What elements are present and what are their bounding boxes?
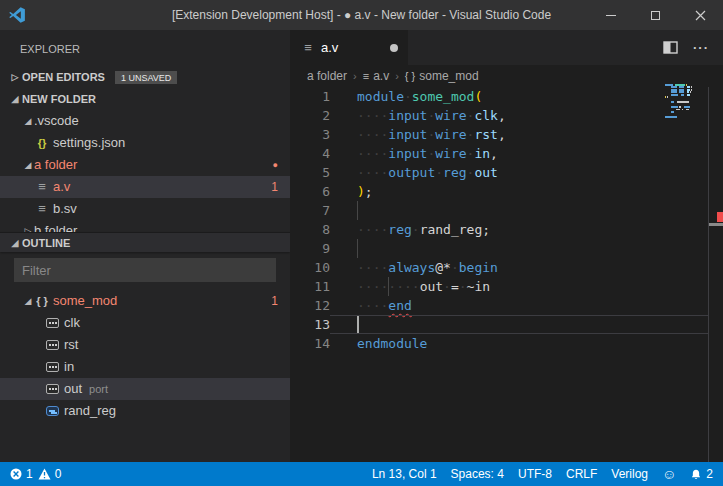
sidebar-title: EXPLORER — [0, 30, 290, 66]
more-actions-button[interactable]: ··· — [693, 40, 715, 55]
minimap-line — [665, 91, 695, 93]
minimap-block — [687, 86, 691, 88]
code-token: rand_reg — [420, 222, 483, 237]
encoding[interactable]: UTF-8 — [518, 467, 552, 481]
language-mode[interactable]: Verilog — [611, 467, 648, 481]
text-cursor — [357, 316, 359, 333]
code-line-12[interactable]: 12····end — [290, 296, 723, 315]
code-line-4[interactable]: 4····input·wire·in, — [290, 144, 723, 163]
line-number: 13 — [290, 315, 330, 334]
code-token: = — [451, 279, 459, 294]
file-row-settings.json[interactable]: {}settings.json — [0, 132, 290, 154]
module-symbol-icon: { } — [405, 70, 415, 82]
code-line-1[interactable]: 1module·some_mod( — [290, 87, 723, 106]
port-symbol-icon — [46, 384, 59, 394]
code-line-3[interactable]: 3····input·wire·rst, — [290, 125, 723, 144]
folder-section-label: NEW FOLDER — [22, 93, 96, 105]
maximize-button[interactable] — [633, 0, 678, 30]
error-count: 1 — [26, 467, 33, 481]
module-symbol-icon: { } — [34, 290, 50, 312]
file-row-.vscode[interactable]: ◢.vscode — [0, 110, 290, 132]
file-row-b-folder[interactable]: ▷b folder — [0, 220, 290, 232]
code-token: out — [474, 165, 497, 180]
cursor-position[interactable]: Ln 13, Col 1 — [372, 467, 437, 481]
problems-warnings[interactable]: 0 — [38, 467, 62, 481]
minimap-block — [690, 91, 691, 93]
indentation[interactable]: Spaces: 4 — [451, 467, 504, 481]
code-token: ···· — [388, 279, 419, 294]
code-line-8[interactable]: 8····reg·rand_reg; — [290, 220, 723, 239]
vscode-window: [Extension Development Host] - ● a.v - N… — [0, 0, 723, 486]
open-editors-header[interactable]: ▷ OPEN EDITORS 1 UNSAVED — [0, 66, 290, 88]
code-token: input — [388, 127, 427, 142]
minimap-block — [679, 91, 684, 93]
minimap-line — [665, 94, 695, 96]
tab-a.v[interactable]: ≡ a.v — [290, 30, 408, 65]
code-line-text: ····output·reg·out — [357, 163, 498, 182]
line-number: 11 — [290, 277, 330, 296]
code-editor[interactable]: 1module·some_mod(2····input·wire·clk,3··… — [290, 87, 723, 462]
chevron-expanded-icon: ◢ — [8, 94, 22, 104]
code-line-5[interactable]: 5····output·reg·out — [290, 163, 723, 182]
code-line-13[interactable]: 13 — [290, 315, 723, 334]
minimap-block — [665, 84, 673, 86]
code-line-10[interactable]: 10····always@*·begin — [290, 258, 723, 277]
minimap[interactable] — [665, 84, 695, 119]
notifications-bell[interactable]: 2 — [690, 467, 713, 481]
outline-row-some_mod[interactable]: ◢{ }some_mod1 — [0, 290, 290, 312]
minimap-line — [665, 109, 695, 111]
code-token: , — [498, 108, 506, 123]
code-line-text: ····input·wire·clk, — [357, 106, 506, 125]
code-lines: 1module·some_mod(2····input·wire·clk,3··… — [290, 87, 723, 353]
outline-filter-input[interactable] — [14, 258, 276, 282]
minimap-block — [667, 96, 668, 98]
minimap-line — [665, 116, 695, 118]
outline-row-rst[interactable]: rst — [0, 334, 290, 356]
minimap-block — [665, 116, 677, 118]
breadcrumb-separator-icon: › — [395, 70, 399, 82]
code-line-7[interactable]: 7 — [290, 201, 723, 220]
close-button[interactable] — [678, 0, 723, 30]
code-token: · — [443, 279, 451, 294]
folder-section-header[interactable]: ◢ NEW FOLDER — [0, 88, 290, 110]
indent-guide — [388, 277, 389, 296]
code-line-14[interactable]: 14endmodule — [290, 334, 723, 353]
outline-row-in[interactable]: in — [0, 356, 290, 378]
outline-row-out[interactable]: outport — [0, 378, 290, 400]
minimize-button[interactable] — [588, 0, 633, 30]
code-line-9[interactable]: 9 — [290, 239, 723, 258]
symbol-name: rand_reg — [64, 400, 116, 422]
outline-row-clk[interactable]: clk — [0, 312, 290, 334]
code-token: wire — [435, 108, 466, 123]
unsaved-badge: 1 UNSAVED — [115, 71, 177, 84]
code-token: ) — [357, 184, 365, 199]
breadcrumb-folder[interactable]: a folder — [307, 69, 347, 83]
minimap-line — [665, 96, 695, 98]
unsaved-dot-icon — [390, 44, 398, 52]
breadcrumb-separator-icon: › — [353, 70, 357, 82]
breadcrumb-file[interactable]: a.v — [373, 69, 389, 83]
eol-sequence[interactable]: CRLF — [566, 467, 597, 481]
feedback-smiley-icon[interactable]: ☺ — [662, 467, 676, 481]
split-editor-button[interactable] — [663, 41, 679, 55]
problem-count-badge: 1 — [271, 290, 290, 312]
minimap-line — [665, 111, 695, 113]
breadcrumb-symbol[interactable]: some_mod — [419, 69, 478, 83]
verilog-file-icon: ≡ — [34, 198, 50, 220]
outline-section-header[interactable]: ◢ OUTLINE — [0, 232, 290, 252]
code-token: wire — [435, 146, 466, 161]
code-line-text: ····reg·rand_reg; — [357, 220, 490, 239]
file-name: b folder — [34, 220, 77, 232]
outline-row-rand_reg[interactable]: rand_reg — [0, 400, 290, 422]
code-line-11[interactable]: 11········out·=·~in — [290, 277, 723, 296]
file-row-a-folder[interactable]: ◢a folder● — [0, 154, 290, 176]
port-symbol-icon — [46, 318, 59, 328]
problems-errors[interactable]: 1 — [10, 467, 33, 481]
symbol-name: clk — [64, 312, 80, 334]
minimap-line — [665, 114, 695, 116]
file-row-a.v[interactable]: ≡a.v1 — [0, 176, 290, 198]
file-row-b.sv[interactable]: ≡b.sv — [0, 198, 290, 220]
code-line-2[interactable]: 2····input·wire·clk, — [290, 106, 723, 125]
code-line-6[interactable]: 6); — [290, 182, 723, 201]
editor-group: ≡ a.v ··· a folder › ≡ a.v › { — [290, 30, 723, 462]
